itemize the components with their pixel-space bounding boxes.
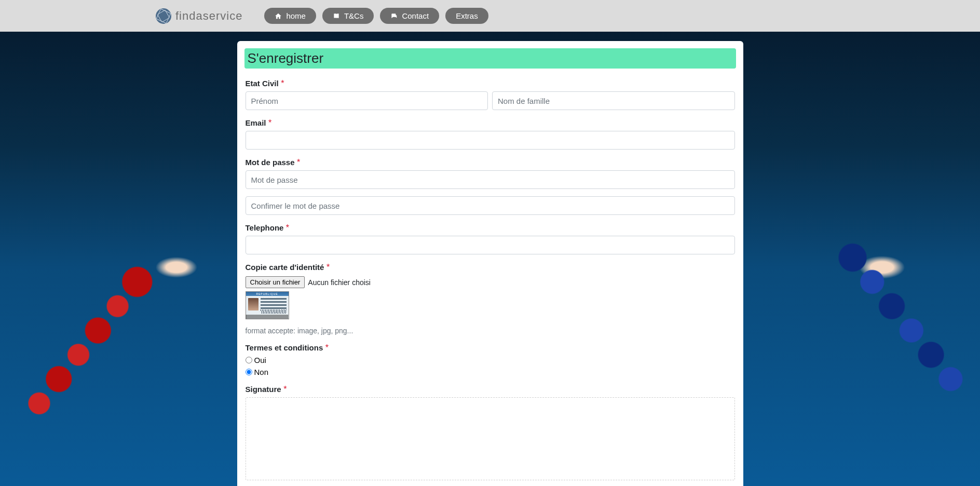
required-mark: * [268, 118, 271, 127]
brand-logo-icon [156, 8, 171, 24]
password-confirm-input[interactable] [246, 196, 735, 215]
id-card-preview-icon: REPUBLIQUE FRANCAISE [246, 291, 289, 319]
required-mark: * [326, 263, 330, 272]
nav-label: Contact [402, 11, 429, 20]
page-title: S'enregistrer [244, 48, 736, 69]
email-input[interactable] [246, 131, 735, 150]
nav-extras[interactable]: Extras [445, 8, 488, 24]
nav-tcs[interactable]: T&Cs [322, 8, 374, 24]
firstname-input[interactable] [246, 91, 488, 110]
group-password: Mot de passe * [246, 158, 735, 215]
chat-icon [390, 12, 398, 20]
label-etat-civil: Etat Civil [246, 79, 279, 88]
group-id-copy: Copie carte d'identité * Choisir un fich… [246, 263, 735, 335]
label-signature: Signature [246, 385, 281, 394]
group-email: Email * [246, 118, 735, 150]
nav-label: Extras [456, 11, 478, 20]
choose-file-button[interactable]: Choisir un fichier [246, 276, 305, 288]
group-terms: Termes et conditions * Oui Non [246, 343, 735, 376]
nav-home[interactable]: home [264, 8, 316, 24]
label-password: Mot de passe [246, 158, 295, 167]
registration-form: Etat Civil * Email * Mot de passe * Tele… [244, 69, 736, 482]
signature-pad[interactable] [246, 397, 735, 480]
terms-no-label: Non [254, 368, 269, 376]
group-telephone: Telephone * [246, 223, 735, 254]
required-mark: * [325, 343, 329, 352]
terms-radio-yes[interactable] [246, 357, 252, 363]
nav-label: T&Cs [344, 11, 364, 20]
brand-name: findaservice [175, 9, 242, 23]
required-mark: * [281, 79, 284, 88]
nav-label: home [286, 11, 306, 20]
label-email: Email [246, 118, 266, 127]
required-mark: * [286, 223, 289, 232]
terms-radio-no[interactable] [246, 369, 252, 375]
required-mark: * [297, 158, 300, 167]
file-status-text: Aucun fichier choisi [308, 278, 371, 287]
nav-contact[interactable]: Contact [380, 8, 439, 24]
password-input[interactable] [246, 170, 735, 189]
group-signature: Signature * [246, 385, 735, 480]
group-etat-civil: Etat Civil * [246, 79, 735, 110]
required-mark: * [283, 385, 287, 394]
top-nav: findaservice home T&Cs Contact Extras [0, 0, 980, 32]
terms-yes-label: Oui [254, 356, 266, 365]
brand[interactable]: findaservice [156, 8, 242, 24]
lastname-input[interactable] [492, 91, 735, 110]
form-card: S'enregistrer Etat Civil * Email * Mot d… [237, 41, 743, 486]
label-terms: Termes et conditions [246, 343, 323, 352]
file-format-hint: format accepte: image, jpg, png... [246, 327, 735, 335]
book-icon [333, 12, 340, 20]
home-icon [275, 12, 282, 20]
label-id-copy: Copie carte d'identité [246, 263, 324, 272]
label-telephone: Telephone [246, 223, 284, 232]
telephone-input[interactable] [246, 236, 735, 254]
